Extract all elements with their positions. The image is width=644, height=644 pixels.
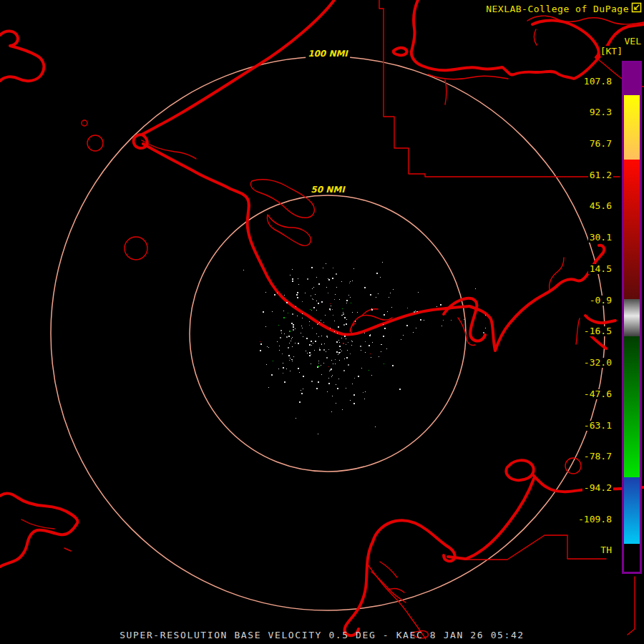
range-ring-label-50nmi: 50 NMI bbox=[308, 185, 346, 195]
colorbar-unit-kt: [KT] bbox=[600, 46, 623, 57]
colorbar-tick: -0.9 bbox=[588, 296, 613, 306]
colorbar-segment bbox=[624, 544, 640, 572]
colorbar-tick: 30.1 bbox=[588, 233, 613, 243]
colorbar-segment bbox=[624, 477, 640, 544]
colorbar-tick: -94.2 bbox=[582, 483, 613, 493]
product-caption: SUPER-RESOLUTION BASE VELOCITY 0.5 DEG -… bbox=[0, 630, 644, 640]
colorbar-segment bbox=[624, 95, 640, 160]
colorbar-tick: -63.1 bbox=[582, 421, 613, 431]
velocity-echoes bbox=[243, 262, 486, 434]
colorbar-tick: 14.5 bbox=[588, 264, 613, 274]
colorbar-tick: -16.5 bbox=[582, 326, 613, 336]
range-ring-label-100nmi: 100 NMI bbox=[306, 49, 350, 59]
colorbar-tick: -109.8 bbox=[577, 514, 613, 525]
colorbar-tick: -78.7 bbox=[582, 452, 613, 462]
colorbar-tick: 61.2 bbox=[588, 170, 613, 180]
page-title: NEXLAB-College of DuPage bbox=[485, 4, 630, 14]
colorbar-tick: -47.6 bbox=[582, 389, 613, 399]
colorbar-segment bbox=[624, 336, 640, 477]
basemap-coastlines bbox=[0, 0, 644, 639]
colorbar-tick: TH bbox=[599, 545, 613, 555]
velocity-colorbar bbox=[622, 61, 642, 574]
radar-map-canvas bbox=[0, 0, 644, 644]
colorbar-tick: 107.8 bbox=[582, 77, 613, 87]
colorbar-unit-vel: VEL bbox=[625, 36, 641, 47]
colorbar-segment bbox=[624, 299, 640, 336]
radar-display: 100 NMI 50 NMI NEXLAB-College of DuPage … bbox=[0, 0, 644, 644]
colorbar-tick: 76.7 bbox=[588, 139, 613, 149]
colorbar-segment bbox=[624, 63, 640, 95]
colorbar-tick: 45.6 bbox=[588, 201, 613, 211]
colorbar-segment bbox=[624, 160, 640, 299]
colorbar-tick: 92.3 bbox=[588, 107, 613, 117]
nexlab-logo-icon bbox=[631, 2, 642, 13]
colorbar-tick: -32.0 bbox=[582, 358, 613, 368]
